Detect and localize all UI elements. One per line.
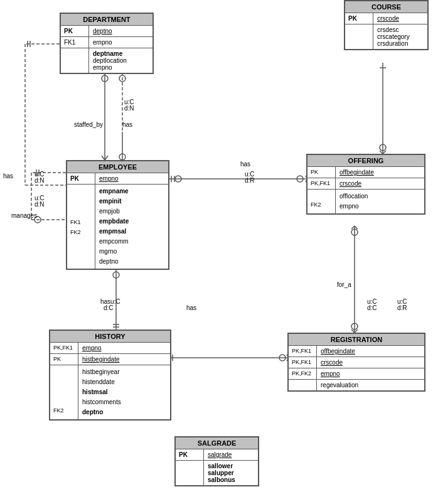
department-fk-label: FK1: [61, 37, 89, 48]
dc-reg1: d:C: [367, 304, 377, 311]
offering-pk1-attr: offbegindate: [336, 167, 424, 178]
registration-attr-section: regevaluation: [289, 380, 424, 390]
svg-point-39: [279, 355, 286, 361]
offering-attrs: offlocation empno: [336, 190, 424, 213]
offering-pk2-section: PK,FK1 crscode: [307, 178, 424, 190]
has-label-dept-emp: has: [122, 121, 132, 128]
svg-line-1: [102, 156, 105, 160]
employee-pk-section: PK empno: [67, 173, 168, 185]
salgrade-pk-label: PK: [176, 449, 204, 460]
employee-attr-section: FK1 FK2 empname empinit empjob empbdate …: [67, 185, 168, 269]
registration-pk3-attr: empno: [317, 368, 424, 379]
registration-title: REGISTRATION: [289, 334, 424, 346]
history-fk-labels: FK2: [50, 365, 78, 419]
salgrade-entity: SALGRADE PK salgrade sallower salupper s…: [174, 436, 259, 486]
svg-point-3: [102, 75, 108, 82]
history-pk1-section: PK,FK1 empno: [50, 343, 170, 354]
offering-attr-section: FK2 offlocation empno: [307, 190, 424, 213]
svg-point-43: [351, 323, 358, 330]
dn-dept-left: d:N: [35, 177, 45, 184]
history-pk1-label: PK,FK1: [50, 343, 78, 353]
department-attr-labels: [61, 48, 89, 73]
offering-fk-labels: FK2: [307, 190, 336, 213]
svg-point-34: [113, 272, 119, 278]
history-entity: HISTORY PK,FK1 empno PK histbegindate FK…: [49, 330, 171, 421]
course-title: COURSE: [345, 1, 427, 13]
has-label-emp-off: has: [240, 161, 250, 168]
offering-pk2-attr: crscode: [336, 178, 424, 189]
dn-dept-emp: d:N: [124, 105, 134, 112]
department-fk-section: FK1 empno: [61, 37, 152, 48]
department-attr-section: deptname deptlocation empno: [61, 48, 152, 73]
relationship-lines: [0, 0, 433, 504]
manages-label: manages: [11, 212, 37, 219]
course-pk-attr: crscode: [373, 13, 427, 24]
department-pk-attr: deptno: [89, 26, 152, 36]
dr-reg2: d:R: [397, 304, 407, 311]
erd-diagram: DEPARTMENT PK deptno FK1 empno deptname …: [0, 0, 433, 504]
course-attr-section: crsdesc crscategory crsduration: [345, 24, 427, 49]
salgrade-title: SALGRADE: [176, 437, 258, 449]
history-attrs: histbeginyear histenddate histmsal histc…: [78, 365, 170, 419]
course-attrs: crsdesc crscategory crsduration: [373, 24, 427, 49]
employee-entity: EMPLOYEE PK empno FK1 FK2 empname: [66, 160, 169, 270]
offering-entity: OFFERING PK offbegindate PK,FK1 crscode …: [306, 154, 425, 215]
offering-pk1-section: PK offbegindate: [307, 167, 424, 178]
svg-point-29: [380, 144, 386, 151]
has-label-dept-left: has: [3, 173, 13, 180]
svg-point-6: [119, 75, 126, 82]
dn-manages: d:N: [35, 201, 45, 208]
history-pk2-attr: histbegindate: [78, 354, 170, 365]
for-a-label: for_a: [337, 281, 351, 288]
svg-line-45: [355, 226, 358, 229]
svg-point-46: [351, 229, 358, 235]
registration-entity: REGISTRATION PK,FK1 offbegindate PK,FK1 …: [287, 333, 425, 392]
department-pk-label: PK: [61, 26, 89, 36]
offering-title: OFFERING: [307, 155, 424, 167]
registration-pk1-section: PK,FK1 offbegindate: [289, 346, 424, 357]
svg-point-7: [119, 154, 126, 160]
svg-line-2: [105, 156, 108, 160]
registration-pk1-label: PK,FK1: [289, 346, 317, 357]
offering-pk1-label: PK: [307, 167, 336, 178]
staffed-by-label: staffed_by: [74, 121, 103, 128]
history-title: HISTORY: [50, 331, 170, 343]
employee-pk-attr: empno: [95, 173, 168, 184]
registration-pk1-attr: offbegindate: [317, 346, 424, 357]
registration-attrs: regevaluation: [317, 380, 424, 390]
registration-pk3-section: PK,FK2 empno: [289, 368, 424, 380]
svg-line-44: [351, 226, 355, 229]
salgrade-attr-section: sallower salupper salbonus: [176, 461, 258, 485]
employee-fk-labels: FK1 FK2: [67, 185, 95, 269]
salgrade-pk-section: PK salgrade: [176, 449, 258, 461]
salgrade-attrs: sallower salupper salbonus: [204, 461, 258, 485]
svg-point-22: [297, 176, 303, 182]
has-label-hist-reg: has: [186, 304, 196, 311]
employee-attrs: empname empinit empjob empbdate empmsal …: [95, 185, 168, 269]
registration-pk2-label: PK,FK1: [289, 357, 317, 368]
offering-pk2-label: PK,FK1: [307, 178, 336, 189]
history-attr-section: FK2 histbeginyear histenddate histmsal h…: [50, 365, 170, 419]
employee-pk-label: PK: [67, 173, 95, 184]
registration-pk2-attr: crscode: [317, 357, 424, 368]
history-pk1-attr: empno: [78, 343, 170, 353]
dr-emp-off: d:R: [245, 177, 255, 184]
svg-point-25: [175, 176, 181, 182]
department-title: DEPARTMENT: [61, 14, 152, 26]
dc-history: d:C: [104, 304, 114, 311]
course-pk-label: PK: [345, 13, 373, 24]
registration-pk3-label: PK,FK2: [289, 368, 317, 379]
department-attrs: deptname deptlocation empno: [89, 48, 152, 73]
employee-title: EMPLOYEE: [67, 161, 168, 173]
department-entity: DEPARTMENT PK deptno FK1 empno deptname …: [60, 13, 154, 74]
course-entity: COURSE PK crscode crsdesc crscategory cr…: [344, 0, 429, 50]
course-pk-section: PK crscode: [345, 13, 427, 24]
salgrade-pk-attr: salgrade: [204, 449, 258, 460]
history-pk2-label: PK: [50, 354, 78, 365]
department-fk-attr: empno: [89, 37, 152, 48]
registration-pk2-section: PK,FK1 crscode: [289, 357, 424, 368]
history-pk2-section: PK histbegindate: [50, 354, 170, 365]
department-pk-section: PK deptno: [61, 26, 152, 37]
